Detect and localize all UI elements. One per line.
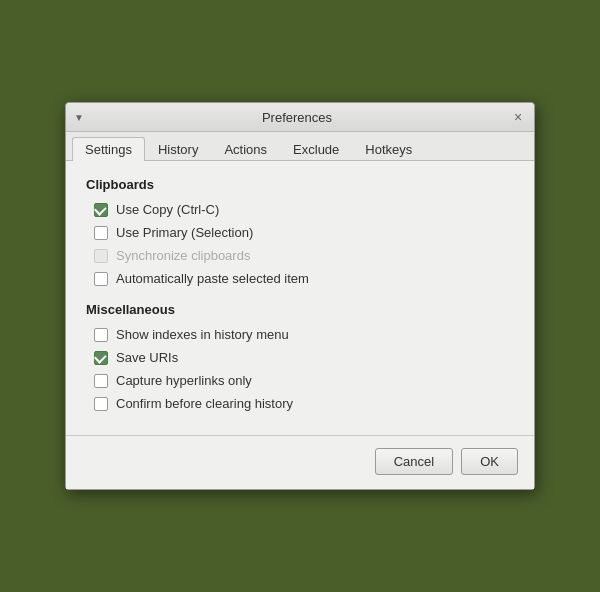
- use-primary-item: Use Primary (Selection): [94, 225, 514, 240]
- confirm-clear-label[interactable]: Confirm before clearing history: [116, 396, 293, 411]
- auto-paste-label[interactable]: Automatically paste selected item: [116, 271, 309, 286]
- use-copy-item: Use Copy (Ctrl-C): [94, 202, 514, 217]
- title-bar-left: ▼: [74, 112, 84, 123]
- ok-button[interactable]: OK: [461, 448, 518, 475]
- window-menu-icon[interactable]: ▼: [74, 112, 84, 123]
- auto-paste-checkbox[interactable]: [94, 272, 108, 286]
- sync-clipboards-checkbox: [94, 249, 108, 263]
- title-bar-center: Preferences: [84, 110, 510, 125]
- tab-history[interactable]: History: [145, 137, 211, 161]
- clipboards-section-title: Clipboards: [86, 177, 514, 192]
- close-button[interactable]: ×: [510, 109, 526, 125]
- tab-hotkeys[interactable]: Hotkeys: [352, 137, 425, 161]
- use-primary-checkbox[interactable]: [94, 226, 108, 240]
- use-copy-label[interactable]: Use Copy (Ctrl-C): [116, 202, 219, 217]
- settings-content: Clipboards Use Copy (Ctrl-C) Use Primary…: [66, 161, 534, 435]
- save-uris-label[interactable]: Save URIs: [116, 350, 178, 365]
- use-copy-checkbox[interactable]: [94, 203, 108, 217]
- save-uris-checkbox[interactable]: [94, 351, 108, 365]
- footer: Cancel OK: [66, 435, 534, 489]
- save-uris-item: Save URIs: [94, 350, 514, 365]
- sync-clipboards-item: Synchronize clipboards: [94, 248, 514, 263]
- show-indexes-item: Show indexes in history menu: [94, 327, 514, 342]
- auto-paste-item: Automatically paste selected item: [94, 271, 514, 286]
- capture-hyperlinks-checkbox[interactable]: [94, 374, 108, 388]
- tabs-container: Settings History Actions Exclude Hotkeys: [66, 132, 534, 161]
- confirm-clear-item: Confirm before clearing history: [94, 396, 514, 411]
- sync-clipboards-label: Synchronize clipboards: [116, 248, 250, 263]
- tab-exclude[interactable]: Exclude: [280, 137, 352, 161]
- use-primary-label[interactable]: Use Primary (Selection): [116, 225, 253, 240]
- miscellaneous-section-title: Miscellaneous: [86, 302, 514, 317]
- show-indexes-label[interactable]: Show indexes in history menu: [116, 327, 289, 342]
- cancel-button[interactable]: Cancel: [375, 448, 453, 475]
- capture-hyperlinks-item: Capture hyperlinks only: [94, 373, 514, 388]
- title-bar: ▼ Preferences ×: [66, 103, 534, 132]
- tab-actions[interactable]: Actions: [211, 137, 280, 161]
- window-title: Preferences: [84, 110, 510, 125]
- show-indexes-checkbox[interactable]: [94, 328, 108, 342]
- tab-settings[interactable]: Settings: [72, 137, 145, 161]
- confirm-clear-checkbox[interactable]: [94, 397, 108, 411]
- capture-hyperlinks-label[interactable]: Capture hyperlinks only: [116, 373, 252, 388]
- preferences-window: ▼ Preferences × Settings History Actions…: [65, 102, 535, 490]
